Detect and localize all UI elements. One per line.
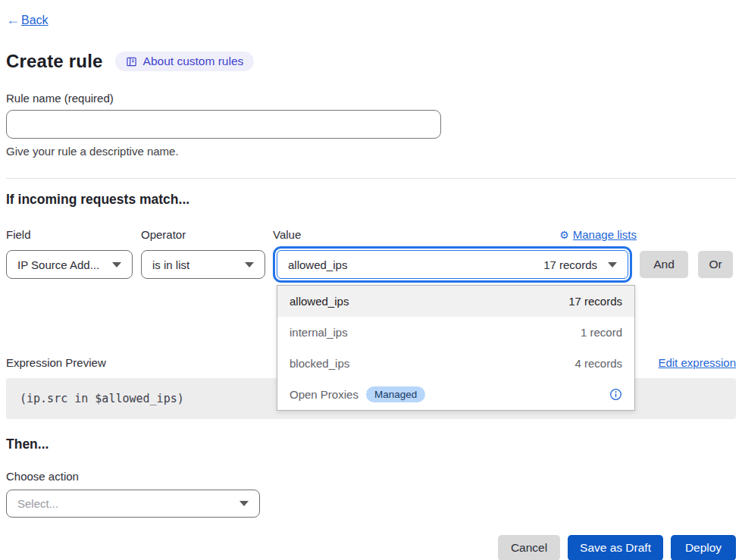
field-select-value: IP Source Add... <box>17 258 99 271</box>
operator-select[interactable]: is in list <box>141 250 265 279</box>
rule-name-helper-text: Give your rule a descriptive name. <box>6 145 736 158</box>
or-button[interactable]: Or <box>698 251 733 278</box>
back-arrow-icon: ← <box>6 12 20 28</box>
footer-actions: Cancel Save as Draft Deploy <box>6 535 736 560</box>
then-section-heading: Then... <box>6 436 736 452</box>
value-select[interactable]: allowed_ips 17 records <box>277 250 628 279</box>
choose-action-label: Choose action <box>6 470 736 483</box>
value-select-wrapper: allowed_ips 17 records allowed_ips 17 re… <box>274 248 631 281</box>
field-label: Field <box>6 228 141 241</box>
page-title: Create rule <box>6 51 103 72</box>
rule-name-input[interactable] <box>6 110 441 139</box>
expression-preview-label: Expression Preview <box>6 356 106 369</box>
list-option-allowed-ips[interactable]: allowed_ips 17 records <box>277 286 634 317</box>
deploy-button[interactable]: Deploy <box>671 535 736 560</box>
list-option-name: allowed_ips <box>290 295 349 308</box>
and-button[interactable]: And <box>640 251 688 278</box>
rule-name-section: Rule name (required) Give your rule a de… <box>6 92 736 158</box>
action-select-placeholder: Select... <box>17 497 58 510</box>
save-as-draft-button[interactable]: Save as Draft <box>568 535 663 560</box>
value-label: Value <box>273 228 301 241</box>
rule-name-label: Rule name (required) <box>6 92 736 105</box>
list-option-count: 1 record <box>581 326 622 339</box>
match-section-heading: If incoming requests match... <box>6 192 736 208</box>
action-select[interactable]: Select... <box>6 490 260 518</box>
list-option-blocked-ips[interactable]: blocked_ips 4 records <box>277 348 634 379</box>
book-icon <box>126 56 137 67</box>
manage-lists-label[interactable]: Manage lists <box>573 228 637 241</box>
list-option-internal-ips[interactable]: internal_ips 1 record <box>277 317 634 348</box>
operator-label: Operator <box>141 228 273 241</box>
list-option-name: internal_ips <box>290 326 348 339</box>
about-custom-rules-label: About custom rules <box>143 55 244 68</box>
about-custom-rules-link[interactable]: About custom rules <box>115 52 255 71</box>
list-option-count: 17 records <box>568 295 622 308</box>
managed-badge: Managed <box>366 386 425 402</box>
condition-labels-row: Field Operator Value ⚙ Manage lists <box>6 228 736 241</box>
chevron-down-icon <box>240 501 249 506</box>
chevron-down-icon <box>608 262 617 267</box>
edit-expression-link[interactable]: Edit expression <box>658 356 736 369</box>
expression-code: (ip.src in $allowed_ips) <box>20 392 184 405</box>
list-option-name: Open Proxies <box>290 388 358 401</box>
section-divider <box>6 178 736 179</box>
list-option-name: blocked_ips <box>290 357 349 370</box>
chevron-down-icon <box>245 262 254 267</box>
cancel-button[interactable]: Cancel <box>498 535 560 560</box>
chevron-down-icon <box>112 262 121 267</box>
value-select-name: allowed_ips <box>288 258 347 271</box>
value-dropdown-panel: allowed_ips 17 records internal_ips 1 re… <box>277 285 635 411</box>
list-option-open-proxies[interactable]: Open Proxies Managed <box>277 379 634 410</box>
manage-lists-link[interactable]: ⚙ Manage lists <box>559 228 637 241</box>
condition-row: IP Source Add... is in list allowed_ips … <box>6 248 736 281</box>
back-link-label[interactable]: Back <box>21 14 49 27</box>
field-select[interactable]: IP Source Add... <box>6 250 133 279</box>
info-icon[interactable] <box>609 388 622 401</box>
operator-select-value: is in list <box>152 258 189 271</box>
page-header: Create rule About custom rules <box>6 51 736 72</box>
value-select-count: 17 records <box>543 258 597 271</box>
back-link[interactable]: ← Back <box>6 12 736 28</box>
list-option-count: 4 records <box>575 357 622 370</box>
gear-icon: ⚙ <box>559 229 569 241</box>
